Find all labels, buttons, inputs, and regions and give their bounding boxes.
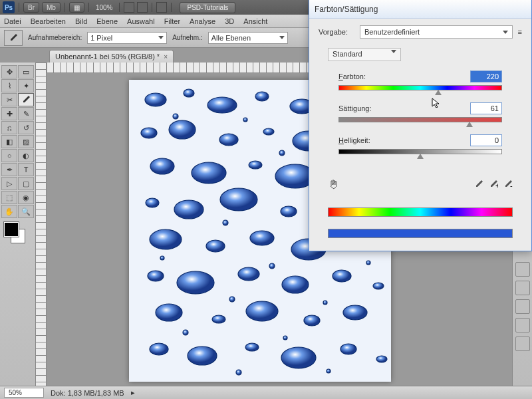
minibridge-button[interactable]: Mb <box>42 2 61 13</box>
gradient-tool[interactable]: ▨ <box>18 135 34 148</box>
svg-point-55 <box>366 261 370 265</box>
close-tab-icon[interactable]: × <box>164 53 168 61</box>
svg-point-53 <box>160 256 164 260</box>
zoom-tool[interactable]: 🔍 <box>18 205 34 218</box>
menu-3d[interactable]: 3D <box>225 17 234 25</box>
farbton-field[interactable]: 220 <box>470 70 502 82</box>
aufnahme-select[interactable]: 1 Pixel <box>87 32 167 44</box>
saettigung-field[interactable]: 61 <box>470 102 502 114</box>
eraser-tool[interactable]: ◧ <box>1 135 17 148</box>
menu-filter[interactable]: Filter <box>164 17 180 25</box>
dock-channels-icon[interactable] <box>515 318 530 332</box>
svg-point-44 <box>245 343 259 351</box>
wand-tool[interactable]: ✦ <box>18 79 34 92</box>
svg-point-33 <box>238 267 259 281</box>
svg-point-61 <box>327 369 331 373</box>
svg-point-37 <box>156 304 182 321</box>
dock-layers-icon[interactable] <box>515 299 530 314</box>
status-arrow-icon[interactable]: ▸ <box>131 388 135 397</box>
svg-point-45 <box>281 347 316 368</box>
svg-point-40 <box>304 315 320 326</box>
view-extras-button[interactable]: ▦ <box>69 2 84 13</box>
move-tool[interactable]: ✥ <box>1 65 17 78</box>
photoshop-logo: Ps <box>3 1 15 13</box>
aufnahme2-select[interactable]: Alle Ebenen <box>208 32 288 44</box>
svg-point-39 <box>246 301 278 321</box>
foreground-color[interactable] <box>4 222 19 237</box>
eyedropper-tool-icon[interactable] <box>4 30 23 46</box>
svg-point-43 <box>188 346 217 365</box>
svg-point-23 <box>281 206 297 217</box>
svg-point-10 <box>219 134 238 146</box>
type-tool[interactable]: T <box>18 163 34 176</box>
menu-ansicht[interactable]: Ansicht <box>243 17 267 25</box>
color-swatches[interactable] <box>1 222 28 246</box>
farbton-slider[interactable] <box>338 85 502 93</box>
3d-tool[interactable]: ⬚ <box>1 191 17 204</box>
svg-point-41 <box>343 305 367 320</box>
path-tool[interactable]: ▷ <box>1 177 17 190</box>
eyedropper-icon[interactable] <box>474 180 483 190</box>
menu-ebene[interactable]: Ebene <box>96 17 118 25</box>
svg-point-16 <box>249 161 262 169</box>
lasso-tool[interactable]: ⌇ <box>1 79 17 92</box>
marquee-tool[interactable]: ▭ <box>18 65 34 78</box>
heal-tool[interactable]: ✚ <box>1 107 17 120</box>
stamp-tool[interactable]: ⎌ <box>1 121 17 134</box>
svg-point-32 <box>177 271 214 294</box>
dodge-tool[interactable]: ◐ <box>18 149 34 162</box>
dock-color-icon[interactable] <box>515 262 530 277</box>
menu-bearbeiten[interactable]: Bearbeiten <box>31 17 66 25</box>
svg-point-2 <box>184 89 194 97</box>
standard-select[interactable]: Standard <box>328 48 401 61</box>
aufnahme-label: Aufnahmebereich: <box>28 34 82 41</box>
statusbar: 50% Dok: 1,83 MB/1,83 MB ▸ <box>0 386 532 399</box>
dock-adjustments-icon[interactable] <box>515 281 530 295</box>
farbton-label: Farbton: <box>338 72 366 80</box>
hand-icon[interactable] <box>328 178 340 192</box>
vorgabe-select[interactable]: Benutzerdefiniert <box>360 25 513 39</box>
helligkeit-field[interactable]: 0 <box>470 134 502 146</box>
menu-datei[interactable]: Datei <box>4 17 21 25</box>
preset-menu-icon[interactable]: ≡ <box>518 28 522 36</box>
psd-tutorials-button[interactable]: PSD-Tutorials <box>180 2 235 13</box>
bridge-button[interactable]: Br <box>23 2 39 13</box>
eyedropper-tool[interactable] <box>18 93 34 106</box>
menu-analyse[interactable]: Analyse <box>190 17 215 25</box>
brush-tool[interactable]: ✎ <box>18 107 34 120</box>
blur-tool[interactable]: ○ <box>1 149 17 162</box>
menu-auswahl[interactable]: Auswahl <box>127 17 155 25</box>
hand-tool[interactable]: ✋ <box>1 205 17 218</box>
svg-point-14 <box>150 158 174 174</box>
svg-point-35 <box>332 270 351 282</box>
ruler-vertical[interactable] <box>36 63 47 386</box>
extras-icon[interactable] <box>156 2 167 13</box>
svg-point-27 <box>206 240 225 252</box>
helligkeit-slider[interactable] <box>338 149 502 157</box>
helligkeit-label: Helligkeit: <box>338 136 370 144</box>
svg-point-60 <box>236 370 241 375</box>
svg-point-28 <box>250 231 274 245</box>
svg-point-56 <box>229 297 235 302</box>
crop-tool[interactable]: ✂ <box>1 93 17 106</box>
eyedropper-plus-icon[interactable]: + <box>489 180 498 190</box>
svg-point-3 <box>207 97 237 113</box>
status-zoom[interactable]: 50% <box>4 388 44 398</box>
pen-tool[interactable]: ✒ <box>1 163 17 176</box>
history-brush-tool[interactable]: ↺ <box>18 121 34 134</box>
menu-bild[interactable]: Bild <box>75 17 87 25</box>
dock-paths-icon[interactable] <box>515 336 530 351</box>
status-dok: Dok: 1,83 MB/1,83 MB <box>51 389 124 397</box>
svg-point-26 <box>150 229 182 249</box>
tools-panel: ✥ ▭ ⌇ ✦ ✂ ✚ ✎ ⎌ ↺ ◧ ▨ ○ ◐ ✒ T ▷ ▢ ⬚ ◉ ✋ … <box>0 63 36 386</box>
zoom-level[interactable]: 100% <box>96 4 113 11</box>
arrange-icon[interactable] <box>124 2 134 13</box>
eyedropper-minus-icon[interactable]: - <box>503 180 513 190</box>
shape-tool[interactable]: ▢ <box>18 177 34 190</box>
saettigung-slider[interactable] <box>338 117 502 125</box>
3d-camera-tool[interactable]: ◉ <box>18 191 34 204</box>
hue-strip-after <box>328 229 513 238</box>
screen-mode-icon[interactable] <box>137 2 148 13</box>
svg-point-15 <box>192 162 226 184</box>
document-tab[interactable]: Unbenannt-1 bei 50% (RGB/8) *× <box>49 50 174 63</box>
